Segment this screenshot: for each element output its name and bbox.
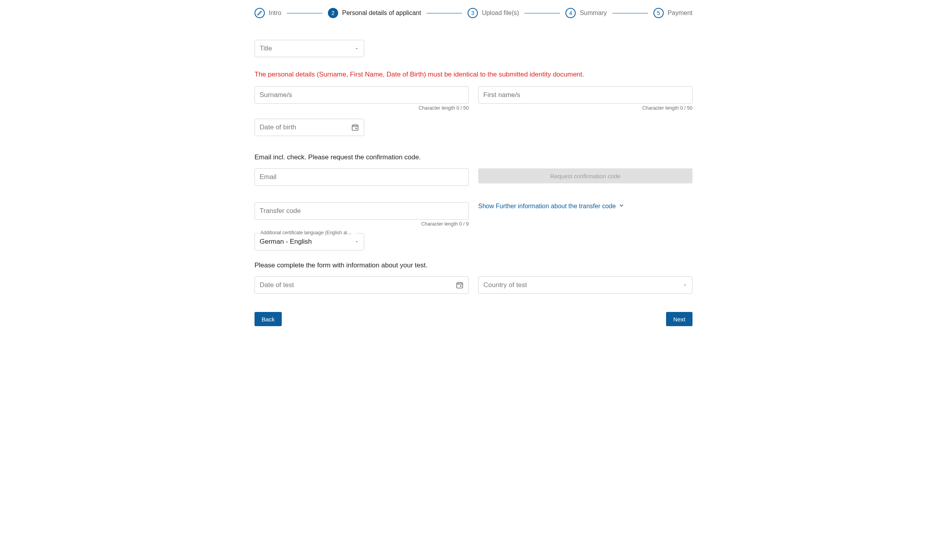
surname-input[interactable]: [260, 91, 464, 99]
svg-rect-3: [460, 286, 461, 287]
title-select[interactable]: Title: [255, 40, 364, 57]
pencil-icon: [255, 8, 265, 18]
step-summary[interactable]: 4 Summary: [565, 8, 606, 18]
date-of-test-placeholder: Date of test: [260, 281, 294, 289]
transfer-code-info-toggle[interactable]: Show Further information about the trans…: [478, 202, 692, 210]
step-personal-details[interactable]: 2 Personal details of applicant: [328, 8, 421, 18]
step-upload-files[interactable]: 3 Upload file(s): [468, 8, 519, 18]
step-label: Summary: [580, 9, 606, 17]
cert-lang-float-label: Additional certificate language (English…: [259, 230, 357, 235]
back-label: Back: [262, 316, 275, 323]
step-label: Upload file(s): [482, 9, 519, 17]
step-number: 4: [565, 8, 576, 18]
step-intro[interactable]: Intro: [255, 8, 281, 18]
step-label: Personal details of applicant: [342, 9, 421, 17]
identity-warning-text: The personal details (Surname, First Nam…: [255, 71, 692, 78]
country-of-test-select[interactable]: Country of test: [478, 276, 692, 294]
back-button[interactable]: Back: [255, 312, 282, 326]
firstname-field[interactable]: [478, 86, 692, 104]
certificate-language-select[interactable]: Additional certificate language (English…: [255, 233, 364, 250]
surname-helper: Character length 0 / 50: [255, 105, 469, 111]
date-of-test-field[interactable]: Date of test: [255, 276, 469, 294]
step-label: Payment: [668, 9, 692, 17]
step-divider: [287, 13, 322, 13]
chevron-down-icon: [618, 202, 625, 210]
email-input[interactable]: [260, 173, 464, 181]
test-section-text: Please complete the form with informatio…: [255, 261, 692, 269]
transfer-info-label: Show Further information about the trans…: [478, 203, 616, 210]
surname-field[interactable]: [255, 86, 469, 104]
dob-placeholder: Date of birth: [260, 123, 296, 131]
step-payment[interactable]: 5 Payment: [653, 8, 692, 18]
cert-lang-value: German - English: [260, 238, 354, 246]
svg-rect-0: [352, 125, 358, 130]
firstname-helper: Character length 0 / 50: [478, 105, 692, 111]
calendar-icon[interactable]: [456, 281, 464, 289]
next-button[interactable]: Next: [666, 312, 692, 326]
title-placeholder: Title: [260, 45, 272, 52]
chevron-down-icon: [354, 46, 359, 51]
country-of-test-placeholder: Country of test: [483, 281, 527, 289]
stepper: Intro 2 Personal details of applicant 3 …: [255, 8, 692, 18]
step-divider: [524, 13, 560, 13]
step-number: 3: [468, 8, 478, 18]
chevron-down-icon: [683, 283, 687, 287]
transfer-code-field[interactable]: [255, 202, 469, 220]
step-number: 5: [653, 8, 664, 18]
step-label: Intro: [269, 9, 281, 17]
calendar-icon[interactable]: [351, 123, 359, 131]
transfer-code-helper: Character length 0 / 9: [255, 221, 469, 227]
svg-rect-1: [356, 128, 357, 129]
next-label: Next: [673, 316, 685, 323]
email-section-text: Email incl. check. Please request the co…: [255, 153, 692, 161]
date-of-birth-field[interactable]: Date of birth: [255, 119, 364, 136]
step-number: 2: [328, 8, 338, 18]
request-confirmation-code-button: Request confirmation code: [478, 168, 692, 183]
chevron-down-icon: [354, 239, 359, 244]
email-field[interactable]: [255, 168, 469, 186]
svg-rect-2: [457, 283, 463, 288]
step-divider: [427, 13, 462, 13]
step-divider: [612, 13, 648, 13]
firstname-input[interactable]: [483, 91, 687, 99]
request-code-label: Request confirmation code: [550, 173, 620, 179]
transfer-code-input[interactable]: [260, 207, 464, 215]
